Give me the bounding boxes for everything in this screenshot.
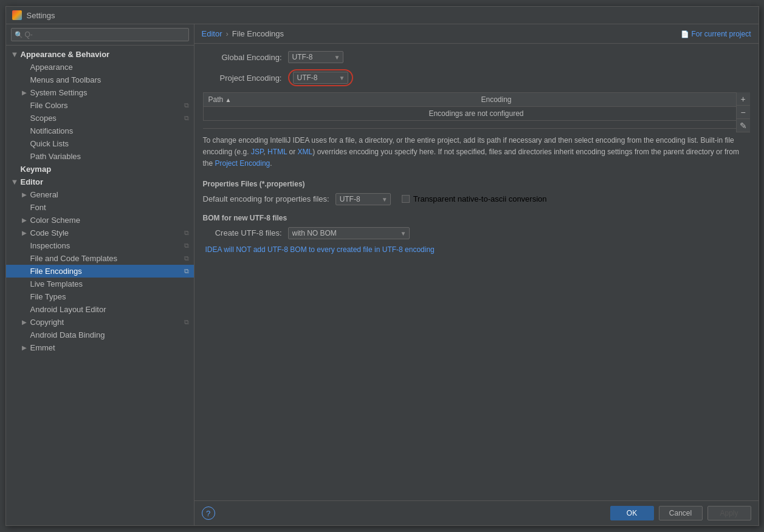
global-encoding-row: Global Encoding: UTF-8 UTF-16 ISO-8859-1… bbox=[203, 51, 750, 63]
help-button[interactable]: ? bbox=[202, 506, 215, 520]
sidebar-item-code-style[interactable]: ► Code Style ⧉ bbox=[6, 227, 194, 239]
app-icon bbox=[12, 10, 22, 20]
sidebar-item-path-variables[interactable]: Path Variables bbox=[6, 150, 194, 163]
sidebar-item-copyright[interactable]: ► Copyright ⧉ bbox=[6, 316, 194, 329]
sidebar: 🔍 ▼ Appearance & Behavior Appearance Men… bbox=[6, 24, 194, 525]
sidebar-item-keymap[interactable]: Keymap bbox=[6, 163, 194, 176]
sidebar-item-file-code-templates[interactable]: File and Code Templates ⧉ bbox=[6, 252, 194, 265]
sidebar-item-android-data-binding[interactable]: Android Data Binding bbox=[6, 329, 194, 341]
sidebar-item-system-settings[interactable]: ► System Settings bbox=[6, 86, 194, 99]
copy-icon: ⧉ bbox=[184, 114, 189, 122]
bom-create-row: Create UTF-8 files: with NO BOM with BOM… bbox=[203, 227, 750, 239]
global-encoding-dropdown-wrapper: UTF-8 UTF-16 ISO-8859-1 ▼ bbox=[288, 51, 343, 63]
titlebar: Settings bbox=[6, 7, 759, 24]
sidebar-item-quick-lists[interactable]: Quick Lists bbox=[6, 137, 194, 150]
description-text: To change encoding IntelliJ IDEA uses fo… bbox=[203, 128, 750, 170]
chevron-down-icon: ▼ bbox=[11, 177, 19, 186]
chevron-right-icon: ► bbox=[21, 88, 29, 97]
add-row-button[interactable]: + bbox=[737, 92, 750, 106]
bom-create-select[interactable]: with NO BOM with BOM bbox=[288, 227, 410, 239]
copy-icon: ⧉ bbox=[184, 242, 189, 250]
sidebar-item-appearance-behavior[interactable]: ▼ Appearance & Behavior bbox=[6, 48, 194, 61]
sidebar-item-emmet[interactable]: ► Emmet bbox=[6, 341, 194, 354]
xml-link[interactable]: XML bbox=[298, 148, 313, 156]
copy-icon: ⧉ bbox=[184, 267, 189, 275]
project-encoding-dropdown-wrapper: UTF-8 UTF-16 ISO-8859-1 ▼ bbox=[293, 72, 348, 84]
chevron-right-icon: ► bbox=[21, 216, 29, 225]
sidebar-item-android-layout-editor[interactable]: Android Layout Editor bbox=[6, 303, 194, 316]
chevron-right-icon: ► bbox=[21, 343, 29, 352]
edit-row-button[interactable]: ✎ bbox=[737, 119, 750, 132]
breadcrumb-project-link[interactable]: 📄 For current project bbox=[681, 30, 751, 38]
properties-section-title: Properties Files (*.properties) bbox=[203, 180, 750, 188]
settings-dialog: Settings 🔍 ▼ Appearance & Behavior Appea… bbox=[5, 6, 759, 526]
copy-icon: ⧉ bbox=[184, 254, 189, 262]
project-encoding-link[interactable]: Project Encoding bbox=[215, 159, 270, 168]
bom-create-label: Create UTF-8 files: bbox=[203, 228, 282, 237]
dialog-footer: ? OK Cancel Apply bbox=[194, 500, 759, 525]
search-wrapper: 🔍 bbox=[11, 28, 189, 41]
sidebar-item-file-colors[interactable]: File Colors ⧉ bbox=[6, 99, 194, 112]
breadcrumb: Editor › File Encodings 📄 For current pr… bbox=[194, 24, 759, 44]
bom-note: IDEA will NOT add UTF-8 BOM to every cre… bbox=[203, 245, 750, 254]
search-input[interactable] bbox=[11, 28, 189, 41]
global-encoding-select[interactable]: UTF-8 UTF-16 ISO-8859-1 bbox=[288, 51, 343, 63]
panel-body: Global Encoding: UTF-8 UTF-16 ISO-8859-1… bbox=[194, 44, 759, 500]
sidebar-item-notifications[interactable]: Notifications bbox=[6, 124, 194, 137]
chevron-right-icon: ► bbox=[21, 190, 29, 199]
main-content: 🔍 ▼ Appearance & Behavior Appearance Men… bbox=[6, 24, 759, 525]
breadcrumb-parent[interactable]: Editor bbox=[202, 29, 222, 38]
sidebar-item-color-scheme[interactable]: ► Color Scheme bbox=[6, 214, 194, 227]
project-encoding-row: Project Encoding: UTF-8 UTF-16 ISO-8859-… bbox=[203, 69, 750, 86]
sidebar-item-live-templates[interactable]: Live Templates bbox=[6, 278, 194, 290]
transparent-checkbox-row: Transparent native-to-ascii conversion bbox=[402, 194, 547, 203]
html-link[interactable]: HTML bbox=[267, 148, 287, 156]
sidebar-item-general[interactable]: ► General bbox=[6, 188, 194, 201]
properties-encoding-row: Default encoding for properties files: U… bbox=[203, 193, 750, 205]
transparent-label: Transparent native-to-ascii conversion bbox=[413, 194, 547, 203]
footer-left: ? bbox=[202, 506, 215, 520]
bom-section: BOM for new UTF-8 files Create UTF-8 fil… bbox=[203, 214, 750, 254]
apply-button[interactable]: Apply bbox=[707, 506, 751, 520]
sidebar-item-font[interactable]: Font bbox=[6, 201, 194, 214]
cancel-button[interactable]: Cancel bbox=[659, 506, 703, 520]
col-encoding-header[interactable]: Encoding bbox=[477, 93, 749, 107]
global-encoding-label: Global Encoding: bbox=[203, 53, 282, 62]
project-encoding-highlight: UTF-8 UTF-16 ISO-8859-1 ▼ bbox=[288, 69, 353, 86]
sidebar-item-file-encodings[interactable]: File Encodings ⧉ bbox=[6, 265, 194, 278]
jsp-link[interactable]: JSP bbox=[251, 148, 263, 156]
properties-encoding-wrapper: UTF-8 UTF-16 ISO-8859-1 ▼ bbox=[336, 193, 391, 205]
sidebar-tree: ▼ Appearance & Behavior Appearance Menus… bbox=[6, 46, 194, 525]
properties-encoding-select[interactable]: UTF-8 UTF-16 ISO-8859-1 bbox=[336, 193, 391, 205]
sidebar-item-inspections[interactable]: Inspections ⧉ bbox=[6, 239, 194, 252]
table-action-buttons: + − ✎ bbox=[736, 92, 750, 132]
bom-section-title: BOM for new UTF-8 files bbox=[203, 214, 750, 222]
encoding-table-wrapper: Path Encoding Encodings are not configur… bbox=[203, 92, 750, 121]
copy-icon: ⧉ bbox=[184, 101, 189, 109]
bom-create-dropdown-wrapper: with NO BOM with BOM ▼ bbox=[288, 227, 410, 239]
remove-row-button[interactable]: − bbox=[737, 106, 750, 119]
breadcrumb-separator: › bbox=[225, 29, 228, 38]
sidebar-item-menus-toolbars[interactable]: Menus and Toolbars bbox=[6, 73, 194, 86]
transparent-checkbox[interactable] bbox=[402, 195, 410, 203]
sidebar-item-editor[interactable]: ▼ Editor bbox=[6, 176, 194, 188]
properties-section: Properties Files (*.properties) Default … bbox=[203, 180, 750, 205]
project-encoding-select[interactable]: UTF-8 UTF-16 ISO-8859-1 bbox=[293, 72, 348, 84]
sidebar-item-scopes[interactable]: Scopes ⧉ bbox=[6, 112, 194, 124]
chevron-down-icon: ▼ bbox=[11, 50, 19, 59]
copy-icon: ⧉ bbox=[184, 229, 189, 237]
copy-icon: ⧉ bbox=[184, 318, 189, 326]
search-box: 🔍 bbox=[6, 24, 194, 46]
project-encoding-label: Project Encoding: bbox=[203, 73, 282, 83]
chevron-right-icon: ► bbox=[21, 318, 29, 327]
utf8-bom-link[interactable]: UTF-8 BOM bbox=[267, 245, 307, 254]
dialog-title: Settings bbox=[27, 11, 55, 20]
right-panel: Editor › File Encodings 📄 For current pr… bbox=[194, 24, 759, 525]
col-path-header[interactable]: Path bbox=[204, 93, 477, 107]
table-empty-message: Encodings are not configured bbox=[204, 107, 749, 121]
encoding-table: Path Encoding Encodings are not configur… bbox=[204, 93, 749, 120]
properties-encoding-label: Default encoding for properties files: bbox=[203, 194, 329, 203]
sidebar-item-appearance[interactable]: Appearance bbox=[6, 61, 194, 73]
ok-button[interactable]: OK bbox=[610, 506, 654, 520]
sidebar-item-file-types[interactable]: File Types bbox=[6, 290, 194, 303]
